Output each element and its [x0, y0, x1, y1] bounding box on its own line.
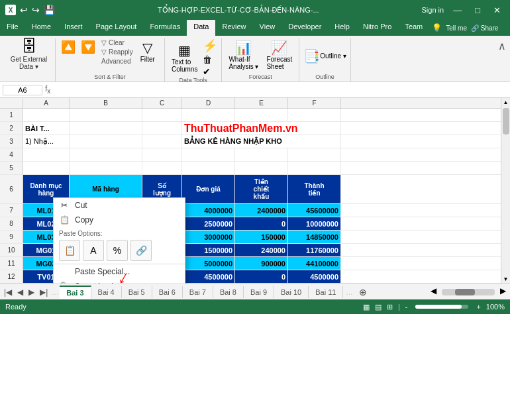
- advanced-btn[interactable]: Advanced: [99, 57, 135, 66]
- cell-d6-header[interactable]: Đơn giá: [182, 175, 235, 203]
- vertical-scrollbar[interactable]: ▲ ▼: [501, 98, 510, 284]
- cell-f11[interactable]: 44100000: [288, 257, 341, 270]
- cell-b3[interactable]: [70, 135, 142, 148]
- cell-d11[interactable]: 5000000: [182, 257, 235, 270]
- redo-btn[interactable]: ↪: [32, 5, 40, 15]
- cell-e4[interactable]: [235, 148, 288, 161]
- zoom-out-btn[interactable]: -: [405, 303, 408, 311]
- cell-d8[interactable]: 2500000: [182, 217, 235, 230]
- get-external-data-btn[interactable]: 🗄 Get ExternalData ▾: [11, 38, 48, 80]
- zoom-in-btn[interactable]: +: [476, 303, 480, 311]
- view-layout-btn[interactable]: ▤: [375, 303, 382, 311]
- cell-e8[interactable]: 0: [235, 217, 288, 230]
- filter-btn[interactable]: ▽ Filter: [138, 38, 158, 64]
- cell-e5[interactable]: [235, 162, 288, 174]
- cell-f7[interactable]: 45600000: [288, 204, 341, 217]
- h-scroll-left[interactable]: ◀: [428, 285, 439, 299]
- cell-d1[interactable]: [182, 109, 235, 121]
- cell-d10[interactable]: 1500000: [182, 244, 235, 256]
- cell-e10[interactable]: 240000: [235, 244, 288, 256]
- cell-f10[interactable]: 11760000: [288, 244, 341, 256]
- cell-d2-watermark[interactable]: ThuThuatPhanMem.vn: [182, 122, 341, 134]
- reapply-btn[interactable]: ▽ Reapply: [99, 48, 135, 56]
- cell-e12[interactable]: 0: [235, 270, 288, 283]
- cell-c4[interactable]: [142, 148, 182, 161]
- cell-d7[interactable]: 4000000: [182, 204, 235, 217]
- tab-nitro[interactable]: Nitro Pro: [356, 20, 398, 36]
- undo-btn[interactable]: ↩: [20, 5, 28, 15]
- ribbon-collapse-btn[interactable]: ∧: [497, 38, 507, 81]
- col-header-e[interactable]: E: [235, 98, 288, 108]
- sheet-tab-bai5[interactable]: Bai 5: [122, 286, 152, 298]
- paste-btn-format[interactable]: %: [107, 240, 128, 261]
- flash-fill-btn[interactable]: ⚡: [203, 38, 217, 53]
- sheet-tab-bai3[interactable]: Bai 3: [60, 286, 91, 299]
- cell-f9[interactable]: 14850000: [288, 231, 341, 243]
- sheet-nav-last[interactable]: ▶|: [37, 286, 50, 298]
- sort-asc-btn[interactable]: 🔼: [60, 38, 77, 56]
- cell-a3[interactable]: 1) Nhậ...: [23, 135, 70, 148]
- sheet-nav-prev[interactable]: ◀: [15, 286, 26, 298]
- minimize-btn[interactable]: —: [449, 4, 466, 17]
- cell-e1[interactable]: [235, 109, 288, 121]
- h-scroll-right[interactable]: ▶: [497, 285, 509, 299]
- tab-view[interactable]: View: [253, 20, 282, 36]
- tab-review[interactable]: Review: [215, 20, 252, 36]
- cell-b5[interactable]: [70, 162, 142, 174]
- formula-input[interactable]: [53, 85, 507, 95]
- cell-reference[interactable]: [3, 85, 42, 95]
- cell-a4[interactable]: [23, 148, 70, 161]
- cell-c2[interactable]: [142, 122, 182, 134]
- cell-e9[interactable]: 150000: [235, 231, 288, 243]
- tab-page-layout[interactable]: Page Layout: [89, 20, 144, 36]
- cell-d5[interactable]: [182, 162, 235, 174]
- cell-e6-header[interactable]: Tiềnchiếtkhấu: [235, 175, 288, 203]
- col-header-b[interactable]: B: [70, 98, 142, 108]
- text-to-columns-btn[interactable]: ▦ Text toColumns: [169, 41, 200, 74]
- cell-c1[interactable]: [142, 109, 182, 121]
- tab-help[interactable]: Help: [328, 20, 356, 36]
- scroll-up-btn[interactable]: ▲: [502, 98, 510, 107]
- tab-formulas[interactable]: Formulas: [143, 20, 187, 36]
- remove-dups-btn[interactable]: 🗑: [203, 54, 217, 65]
- view-normal-btn[interactable]: ▦: [363, 303, 370, 311]
- sheet-tab-bai7[interactable]: Bai 7: [183, 286, 213, 298]
- cell-c3[interactable]: [142, 135, 182, 148]
- data-validation-btn[interactable]: ✔: [203, 66, 217, 77]
- cell-d4[interactable]: [182, 148, 235, 161]
- share-btn[interactable]: 🔗 Share: [471, 25, 498, 32]
- forecast-sheet-btn[interactable]: 📈 ForecastSheet: [264, 38, 295, 72]
- cell-f4[interactable]: [288, 148, 341, 161]
- paste-btn-clipboard[interactable]: 📋: [59, 240, 80, 261]
- cell-d3[interactable]: BẢNG KÊ HÀNG NHẬP KHO: [182, 135, 341, 148]
- cell-e7[interactable]: 2400000: [235, 204, 288, 217]
- tab-data[interactable]: Data: [187, 20, 215, 36]
- cell-f1[interactable]: [288, 109, 341, 121]
- col-header-a[interactable]: A: [23, 98, 70, 108]
- ctx-cut[interactable]: ✂ Cut: [54, 198, 185, 213]
- cell-f8[interactable]: 10000000: [288, 217, 341, 230]
- cell-a2[interactable]: BÀI T...: [23, 122, 70, 134]
- cell-b1[interactable]: [70, 109, 142, 121]
- tab-developer[interactable]: Developer: [281, 20, 328, 36]
- view-page-break-btn[interactable]: ⊞: [387, 303, 393, 311]
- cell-f12[interactable]: 4500000: [288, 270, 341, 283]
- cell-c5[interactable]: [142, 162, 182, 174]
- tab-home[interactable]: Home: [25, 20, 58, 36]
- maximize-btn[interactable]: □: [471, 4, 484, 17]
- quick-save-btn[interactable]: 💾: [44, 5, 55, 15]
- sheet-tab-bai9[interactable]: Bai 9: [244, 286, 274, 298]
- what-if-analysis-btn[interactable]: 📊 What-IfAnalysis ▾: [226, 38, 261, 72]
- sheet-tab-bai8[interactable]: Bai 8: [213, 286, 244, 298]
- outline-btn[interactable]: 📑 Outline ▾: [303, 38, 346, 74]
- cell-e11[interactable]: 900000: [235, 257, 288, 270]
- col-header-c[interactable]: C: [142, 98, 182, 108]
- ctx-copy[interactable]: 📋 Copy: [54, 213, 185, 227]
- clear-btn[interactable]: ▽ Clear: [99, 38, 135, 47]
- paste-btn-values[interactable]: A: [83, 240, 104, 261]
- sort-desc-btn[interactable]: 🔽: [79, 38, 97, 56]
- cell-a1[interactable]: [23, 109, 70, 121]
- cell-f5[interactable]: [288, 162, 341, 174]
- tab-team[interactable]: Team: [398, 20, 429, 36]
- sheet-tab-bai10[interactable]: Bai 10: [274, 286, 309, 298]
